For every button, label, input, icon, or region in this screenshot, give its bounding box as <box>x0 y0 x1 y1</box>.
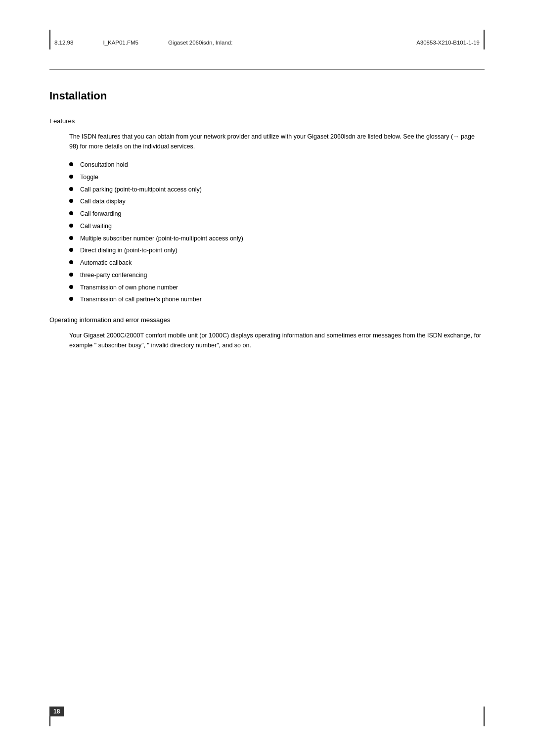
header-doccode: A30853-X210-B101-1-19 <box>416 40 485 46</box>
list-item: three-party conferencing <box>69 271 485 280</box>
header-right: A30853-X210-B101-1-19 <box>416 40 485 46</box>
bullet-dot-icon <box>69 236 73 240</box>
bullet-dot-icon <box>69 285 73 289</box>
operating-heading: Operating information and error messages <box>49 316 485 324</box>
features-heading: Features <box>49 117 485 125</box>
page: 8.12.98 I_KAP01.FM5 Gigaset 2060isdn, In… <box>0 0 534 756</box>
page-header: 8.12.98 I_KAP01.FM5 Gigaset 2060isdn, In… <box>49 40 485 49</box>
bullet-dot-icon <box>69 211 73 215</box>
list-item-text: Consultation hold <box>80 160 128 170</box>
list-item-text: Multiple subscriber number (point-to-mul… <box>80 234 243 243</box>
features-intro: The ISDN features that you can obtain fr… <box>69 132 485 151</box>
list-item: Call data display <box>69 197 485 206</box>
header-left: 8.12.98 I_KAP01.FM5 Gigaset 2060isdn, In… <box>49 40 232 46</box>
list-item: Consultation hold <box>69 160 485 170</box>
list-item-text: three-party conferencing <box>80 271 147 280</box>
list-item-text: Call waiting <box>80 222 112 231</box>
list-item: Transmission of own phone number <box>69 283 485 292</box>
section-title: Installation <box>49 90 485 102</box>
list-item-text: Call parking (point-to-multipoint access… <box>80 185 202 194</box>
operating-text: Your Gigaset 2000C/2000T comfort mobile … <box>69 331 485 350</box>
header-right-rule <box>484 30 485 49</box>
list-item: Multiple subscriber number (point-to-mul… <box>69 234 485 243</box>
features-list: Consultation holdToggleCall parking (poi… <box>69 160 485 304</box>
list-item-text: Direct dialing in (point-to-point only) <box>80 246 178 255</box>
bullet-dot-icon <box>69 260 73 264</box>
header-product: Gigaset 2060isdn, Inland: <box>168 40 232 46</box>
bullet-dot-icon <box>69 224 73 228</box>
list-item: Call forwarding <box>69 209 485 219</box>
bullet-dot-icon <box>69 248 73 252</box>
header-divider <box>49 69 485 70</box>
list-item: Direct dialing in (point-to-point only) <box>69 246 485 255</box>
bullet-dot-icon <box>69 187 73 191</box>
list-item-text: Call data display <box>80 197 126 206</box>
header-filename: I_KAP01.FM5 <box>103 40 138 46</box>
page-number: 18 <box>49 707 64 716</box>
header-left-rule <box>49 30 50 49</box>
footer-right-rule <box>484 707 485 726</box>
bullet-dot-icon <box>69 199 73 203</box>
list-item-text: Transmission of own phone number <box>80 283 178 292</box>
list-item-text: Call forwarding <box>80 209 121 219</box>
header-date: 8.12.98 <box>49 40 73 46</box>
bullet-dot-icon <box>69 162 73 166</box>
list-item-text: Toggle <box>80 173 98 182</box>
bullet-dot-icon <box>69 175 73 179</box>
bullet-dot-icon <box>69 297 73 301</box>
list-item: Transmission of call partner's phone num… <box>69 295 485 304</box>
list-item-text: Automatic callback <box>80 258 132 268</box>
list-item: Toggle <box>69 173 485 182</box>
list-item: Call waiting <box>69 222 485 231</box>
list-item-text: Transmission of call partner's phone num… <box>80 295 202 304</box>
list-item: Automatic callback <box>69 258 485 268</box>
list-item: Call parking (point-to-multipoint access… <box>69 185 485 194</box>
bullet-dot-icon <box>69 273 73 277</box>
